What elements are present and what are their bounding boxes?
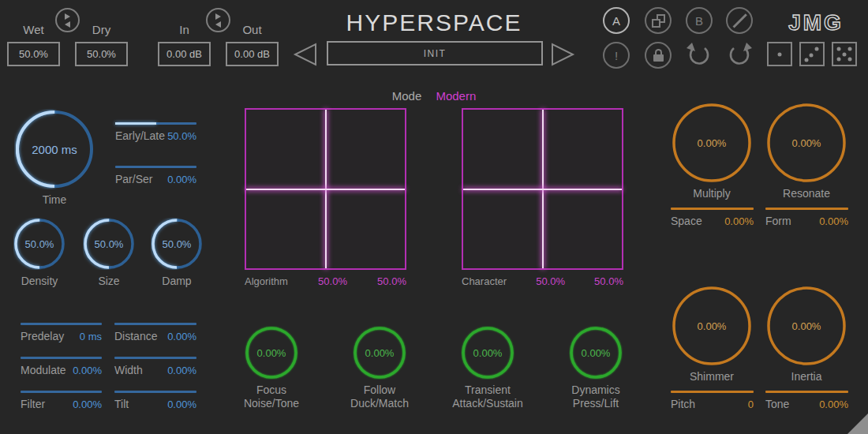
resonate-value: 0.00%: [765, 102, 847, 184]
early-late-slider[interactable]: Early/Late 50.0%: [115, 122, 196, 142]
tilt-slider[interactable]: Tilt 0.00%: [114, 391, 196, 410]
randomize-small-button[interactable]: [767, 42, 792, 66]
dynamics-knob[interactable]: 0.00%: [569, 326, 623, 380]
prev-preset-button[interactable]: [293, 43, 318, 66]
dynamics-value: 0.00%: [569, 326, 623, 380]
distance-label: Distance: [114, 330, 157, 342]
time-knob[interactable]: 2000 ms: [14, 109, 95, 189]
lock-icon: [653, 49, 664, 62]
plugin-title: HYPERSPACE: [316, 9, 552, 36]
width-slider[interactable]: Width 0.00%: [114, 357, 196, 376]
in-label: In: [158, 23, 211, 36]
size-label: Size: [83, 275, 135, 287]
follow-value: 0.00%: [353, 326, 406, 380]
randomize-large-button[interactable]: [832, 42, 857, 66]
space-slider[interactable]: Space 0.00%: [671, 208, 754, 227]
triangle-right-icon: [550, 43, 575, 66]
ab-slot-b-button[interactable]: B: [686, 7, 713, 34]
time-value: 2000 ms: [14, 109, 95, 189]
dry-value-box[interactable]: 50.0%: [75, 42, 128, 66]
triangle-left-icon: [65, 21, 70, 28]
character-x-value: 50.0%: [536, 275, 565, 287]
pitch-slider[interactable]: Pitch 0: [671, 391, 754, 410]
dice-five-icon: [837, 47, 841, 51]
focus-label: FocusNoise/Tone: [216, 383, 327, 410]
resize-handle[interactable]: [847, 413, 868, 434]
mode-label: Mode: [392, 89, 422, 103]
damp-knob[interactable]: 50.0%: [151, 218, 203, 270]
resonate-label: Resonate: [765, 187, 847, 200]
out-value-box[interactable]: 0.00 dB: [226, 42, 279, 66]
par-ser-label: Par/Ser: [115, 173, 152, 185]
redo-button[interactable]: [726, 42, 753, 69]
lock-button[interactable]: [645, 42, 672, 69]
transient-knob[interactable]: 0.00%: [461, 326, 514, 380]
density-knob[interactable]: 50.0%: [13, 218, 65, 270]
filter-slider[interactable]: Filter 0.00%: [21, 391, 102, 410]
bypass-button[interactable]: [726, 7, 753, 34]
par-ser-value: 0.00%: [167, 174, 196, 185]
next-preset-button[interactable]: [550, 43, 575, 66]
dice-three-icon: [814, 47, 818, 51]
multiply-knob[interactable]: 0.00%: [671, 102, 753, 184]
character-y-value: 50.0%: [594, 275, 623, 287]
wet-value-box[interactable]: 50.0%: [7, 42, 60, 66]
randomize-medium-button[interactable]: [799, 42, 825, 66]
filter-label: Filter: [21, 398, 45, 410]
damp-label: Damp: [151, 275, 203, 287]
mode-value[interactable]: Modern: [436, 89, 476, 103]
slash-icon: [732, 13, 746, 28]
undo-button[interactable]: [686, 42, 713, 69]
shimmer-knob[interactable]: 0.00%: [671, 285, 753, 367]
modulate-label: Modulate: [21, 364, 66, 376]
distance-slider[interactable]: Distance 0.00%: [114, 323, 196, 342]
algorithm-xy-pad[interactable]: [245, 108, 406, 270]
preset-selector[interactable]: INIT: [327, 41, 543, 65]
modulate-slider[interactable]: Modulate 0.00%: [21, 357, 102, 376]
copy-button[interactable]: [645, 7, 672, 34]
predelay-slider[interactable]: Predelay 0 ms: [21, 323, 102, 342]
character-label: Character: [462, 275, 507, 287]
wet-dry-link-icon[interactable]: [55, 8, 80, 32]
jmg-logo[interactable]: JMG: [772, 6, 860, 36]
inertia-label: Inertia: [765, 370, 847, 383]
width-label: Width: [114, 364, 143, 376]
triangle-left-icon: [293, 43, 318, 66]
early-late-value: 50.0%: [167, 130, 196, 142]
resonate-knob[interactable]: 0.00%: [765, 102, 847, 184]
character-xy-pad[interactable]: [462, 108, 623, 270]
mode-selector[interactable]: Mode Modern: [245, 89, 623, 103]
ab-slot-a-button[interactable]: A: [603, 7, 630, 34]
size-value: 50.0%: [83, 218, 135, 270]
in-value-box[interactable]: 0.00 dB: [158, 42, 211, 66]
density-label: Density: [13, 275, 65, 287]
alert-button[interactable]: !: [603, 42, 630, 69]
focus-value: 0.00%: [245, 326, 298, 380]
form-slider[interactable]: Form 0.00%: [765, 208, 848, 227]
wet-label: Wet: [7, 23, 60, 36]
size-knob[interactable]: 50.0%: [83, 218, 135, 270]
par-ser-slider[interactable]: Par/Ser 0.00%: [115, 166, 196, 185]
tone-slider[interactable]: Tone 0.00%: [765, 391, 848, 410]
transient-value: 0.00%: [461, 326, 514, 380]
in-out-link-icon[interactable]: [206, 8, 230, 32]
damp-value: 50.0%: [151, 218, 203, 270]
shimmer-label: Shimmer: [671, 370, 753, 383]
multiply-value: 0.00%: [671, 102, 753, 184]
follow-knob[interactable]: 0.00%: [353, 326, 406, 380]
form-label: Form: [765, 215, 791, 227]
modulate-value: 0.00%: [73, 365, 102, 376]
hyperspace-plugin-window: Wet Dry 50.0% 50.0% In Out 0.00 dB 0.00 …: [0, 0, 868, 434]
out-label: Out: [226, 23, 279, 36]
tilt-label: Tilt: [114, 398, 129, 410]
inertia-value: 0.00%: [765, 285, 847, 367]
triangle-left-icon: [215, 21, 221, 28]
tone-label: Tone: [765, 398, 789, 410]
algorithm-label: Algorithm: [245, 275, 288, 287]
crosshair-horizontal-line: [246, 189, 405, 190]
dynamics-label: DynamicsPress/Lift: [541, 383, 651, 410]
inertia-knob[interactable]: 0.00%: [765, 285, 847, 367]
width-value: 0.00%: [167, 365, 196, 376]
focus-knob[interactable]: 0.00%: [245, 326, 298, 380]
space-value: 0.00%: [724, 215, 754, 227]
